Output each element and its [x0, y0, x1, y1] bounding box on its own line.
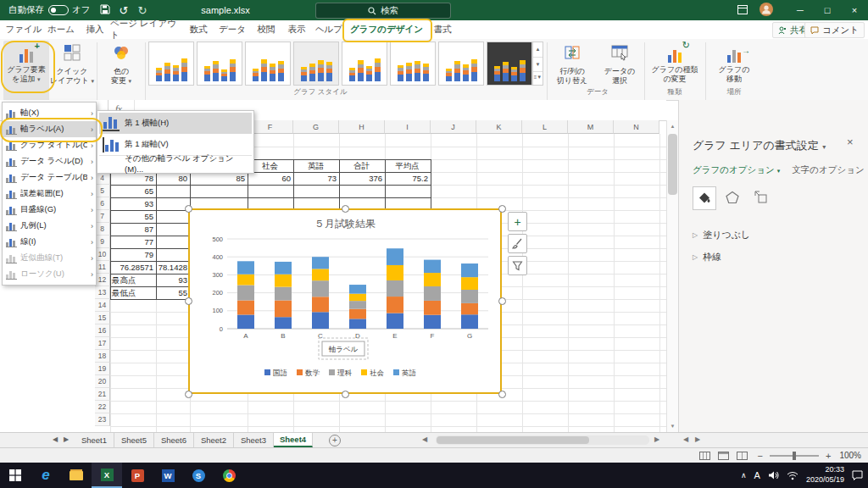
- bar-segment-国語[interactable]: [424, 315, 441, 329]
- tab-ファイル[interactable]: ファイル: [5, 20, 42, 39]
- pane-tab-chart-options[interactable]: グラフのオプション ▾: [693, 164, 780, 176]
- submenu-item-3[interactable]: その他の軸ラベル オプション(M)...: [99, 155, 252, 171]
- chart-style-thumbnail[interactable]: [197, 42, 242, 86]
- bar-segment-社会[interactable]: [424, 273, 441, 286]
- row-header-12[interactable]: 12: [95, 274, 110, 286]
- autosave-toggle[interactable]: [48, 5, 69, 15]
- cell-C11[interactable]: 76.28571: [112, 261, 153, 274]
- undo-icon[interactable]: ↺: [120, 5, 129, 16]
- chart-resize-handle[interactable]: [185, 205, 192, 213]
- bar-segment-社会[interactable]: [349, 294, 366, 301]
- sheet-nav-right-icon[interactable]: ▶: [64, 435, 69, 443]
- submenu-item-2[interactable]: 第 1 縦軸(V): [99, 134, 252, 155]
- tab-グラフのデザイン[interactable]: グラフのデザイン: [346, 20, 427, 41]
- cell-C5[interactable]: 65: [112, 185, 153, 197]
- pane-close-icon[interactable]: ×: [847, 136, 854, 148]
- row-header-4[interactable]: 4: [95, 172, 110, 185]
- row-header-14[interactable]: 14: [95, 299, 110, 312]
- redo-icon[interactable]: ↻: [137, 5, 147, 16]
- chart-style-thumbnail[interactable]: [245, 42, 291, 86]
- legend-swatch-理科[interactable]: [329, 369, 335, 375]
- horizontal-scroll-track[interactable]: [436, 435, 649, 445]
- chart-filters-button[interactable]: [508, 256, 527, 275]
- bar-segment-社会[interactable]: [237, 274, 254, 286]
- chart-resize-handle[interactable]: [498, 205, 506, 213]
- cell-I3[interactable]: 平均点: [387, 159, 428, 172]
- cell-C8[interactable]: 87: [112, 223, 153, 236]
- row-header-9[interactable]: 9: [95, 236, 110, 248]
- hscroll-right-icon[interactable]: ▶: [654, 435, 659, 443]
- column-header-I[interactable]: I: [385, 120, 431, 134]
- bar-segment-英語[interactable]: [237, 261, 254, 274]
- tab-表示[interactable]: 表示: [281, 20, 312, 39]
- avatar[interactable]: [760, 3, 773, 18]
- sheet-tab-Sheet5[interactable]: Sheet5: [114, 433, 154, 447]
- bar-segment-数学[interactable]: [424, 301, 441, 315]
- gallery-scroll-up-icon[interactable]: ▲: [533, 42, 542, 58]
- bar-segment-理科[interactable]: [275, 287, 292, 301]
- menu-item-軸(X)[interactable]: 軸(X)›: [3, 105, 96, 121]
- menu-item-グラフ タイトル(C)[interactable]: グラフ タイトル(C)›: [3, 137, 96, 153]
- page-break-view-icon[interactable]: [737, 452, 748, 460]
- column-header-F[interactable]: F: [248, 120, 293, 134]
- sheet-tab-Sheet2[interactable]: Sheet2: [194, 433, 234, 447]
- bar-segment-理科[interactable]: [387, 280, 403, 297]
- chart-resize-handle[interactable]: [498, 391, 506, 398]
- row-header-22[interactable]: 22: [95, 401, 110, 413]
- bar-segment-数学[interactable]: [312, 297, 329, 312]
- excel-icon[interactable]: X: [92, 463, 122, 488]
- cell-C13[interactable]: 最低点: [112, 286, 153, 299]
- speaker-icon[interactable]: [768, 470, 779, 480]
- edge-icon[interactable]: e: [31, 463, 61, 488]
- cell-H4[interactable]: 376: [341, 172, 382, 185]
- zoom-level[interactable]: 100%: [839, 451, 861, 460]
- chart-style-thumbnail[interactable]: [148, 42, 194, 86]
- chart-styles-button[interactable]: [508, 234, 527, 253]
- action-center-icon[interactable]: [852, 470, 863, 480]
- comments-button[interactable]: コメント: [804, 22, 865, 38]
- cell-D11[interactable]: 78.1428: [158, 261, 187, 274]
- minimize-button[interactable]: ─: [787, 0, 814, 20]
- cell-C7[interactable]: 55: [112, 210, 153, 223]
- pane-section-border[interactable]: ▷ 枠線: [693, 251, 721, 263]
- bar-segment-社会[interactable]: [275, 274, 292, 287]
- chart-style-thumbnail[interactable]: [293, 42, 339, 86]
- cell-C4[interactable]: 78: [112, 172, 153, 185]
- network-icon[interactable]: [787, 471, 798, 480]
- gallery-more-icon[interactable]: ≡▼: [533, 72, 542, 85]
- tab-ホーム[interactable]: ホーム: [42, 20, 80, 39]
- chart-resize-handle[interactable]: [185, 297, 192, 305]
- pane-hscroll-left-icon[interactable]: ◀: [683, 435, 688, 443]
- column-header-K[interactable]: K: [476, 120, 522, 134]
- bar-segment-社会[interactable]: [312, 269, 329, 280]
- chart-title[interactable]: ５月試験結果: [314, 218, 376, 230]
- column-header-L[interactable]: L: [522, 120, 568, 134]
- bar-segment-社会[interactable]: [387, 265, 403, 280]
- cell-C12[interactable]: 最高点: [112, 274, 153, 286]
- cell-I4[interactable]: 75.2: [387, 172, 428, 185]
- cell-F3[interactable]: 社会: [249, 159, 291, 172]
- normal-view-icon[interactable]: [699, 452, 710, 460]
- row-header-7[interactable]: 7: [95, 210, 110, 223]
- bar-segment-理科[interactable]: [461, 290, 478, 303]
- ribbon-display-options-icon[interactable]: [737, 5, 748, 16]
- row-header-19[interactable]: 19: [95, 363, 110, 375]
- chart-resize-handle[interactable]: [498, 297, 506, 305]
- cell-F4[interactable]: 60: [249, 172, 291, 185]
- bar-segment-国語[interactable]: [349, 319, 366, 329]
- hscroll-left-icon[interactable]: ◀: [422, 435, 427, 443]
- row-header-23[interactable]: 23: [95, 413, 110, 426]
- row-header-16[interactable]: 16: [95, 324, 110, 337]
- sheet-tab-Sheet6[interactable]: Sheet6: [154, 433, 194, 447]
- start-button[interactable]: [0, 463, 31, 488]
- cell-G3[interactable]: 英語: [295, 159, 337, 172]
- tab-ヘルプ[interactable]: ヘルプ: [312, 20, 346, 39]
- row-header-21[interactable]: 21: [95, 388, 110, 401]
- row-header-18[interactable]: 18: [95, 350, 110, 363]
- tab-挿入[interactable]: 挿入: [80, 20, 110, 39]
- cell-D13[interactable]: 55: [158, 286, 187, 299]
- bar-segment-国語[interactable]: [387, 313, 403, 329]
- row-header-6[interactable]: 6: [95, 197, 110, 210]
- chart-style-thumbnail[interactable]: [487, 42, 532, 86]
- pane-section-fill[interactable]: ▷ 塗りつぶし: [693, 229, 750, 241]
